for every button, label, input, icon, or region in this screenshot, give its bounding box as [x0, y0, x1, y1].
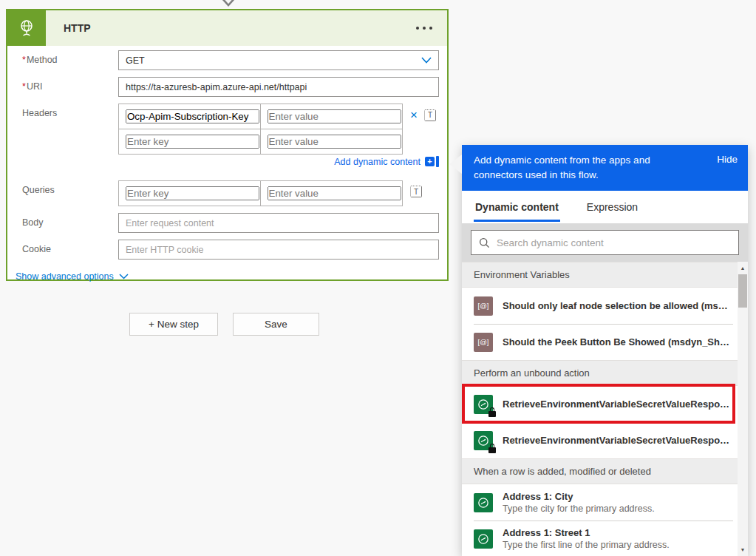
dataverse-field-icon: [474, 493, 493, 512]
callout-beak: [449, 155, 462, 174]
scrollbar-thumb[interactable]: [738, 274, 747, 308]
cookie-label: Cookie: [22, 240, 118, 254]
cookie-input[interactable]: [126, 245, 432, 255]
plus-icon: +: [425, 157, 435, 166]
search-box: [471, 230, 739, 255]
panel-tabs: Dynamic content Expression: [462, 191, 748, 223]
query-key-input[interactable]: [126, 186, 259, 200]
more-options-button[interactable]: [415, 22, 434, 34]
panel-header: Add dynamic content from the apps and co…: [462, 145, 748, 191]
search-input[interactable]: [497, 237, 731, 248]
item-label: Should only leaf node selection be allow…: [503, 300, 732, 311]
required-marker: *: [22, 81, 26, 92]
item-description: Type the first line of the primary addre…: [503, 540, 732, 550]
method-dropdown[interactable]: GET: [118, 50, 439, 70]
save-button[interactable]: Save: [233, 313, 319, 336]
card-title: HTTP: [64, 22, 91, 34]
header-value-input[interactable]: [268, 135, 401, 149]
list-item[interactable]: Address 1: Street 1 Type the first line …: [462, 521, 738, 556]
chevron-down-icon: [421, 57, 432, 64]
dynamic-content-list: Environment Variables [@] Should only le…: [462, 262, 748, 556]
query-value-input[interactable]: [268, 186, 401, 200]
dataverse-field-icon: [474, 529, 493, 549]
header-key-input[interactable]: [126, 109, 259, 123]
headers-label: Headers: [22, 104, 118, 118]
http-card-header[interactable]: HTTP: [7, 10, 447, 46]
hide-button[interactable]: Hide: [717, 153, 738, 165]
panel-header-text: Add dynamic content from the apps and co…: [474, 153, 697, 183]
item-label: Should the Peek Button Be Showed (msdyn_…: [503, 336, 732, 348]
item-label: RetrieveEnvironmentVariableSecretValueRe…: [503, 435, 732, 446]
add-dynamic-content-link[interactable]: Add dynamic content: [334, 157, 420, 167]
section-header-unbound-action: Perform an unbound action: [462, 360, 738, 386]
method-label: *Method: [22, 50, 118, 65]
dataverse-action-icon: [474, 395, 493, 414]
chevron-down-icon: [119, 274, 129, 279]
required-marker: *: [22, 55, 26, 65]
http-connector-icon: [7, 10, 46, 46]
environment-variable-icon: [@]: [474, 296, 493, 316]
lock-icon: [488, 411, 496, 417]
section-header-environment-variables: Environment Variables: [462, 262, 738, 288]
cursor-bar-icon: [436, 156, 439, 167]
search-icon: [479, 237, 490, 248]
header-value-input[interactable]: [268, 109, 401, 123]
environment-variable-icon: [@]: [474, 333, 493, 352]
list-item[interactable]: [@] Should only leaf node selection be a…: [462, 288, 738, 324]
flow-connector-arrow: [219, 0, 238, 7]
body-input[interactable]: [126, 218, 432, 228]
item-description: Type the city for the primary address.: [503, 504, 732, 514]
card-body: *Method GET *URI: [7, 46, 447, 282]
scroll-up-arrow-icon[interactable]: ▲: [738, 262, 748, 274]
list-item[interactable]: [@] Should the Peek Button Be Showed (ms…: [462, 324, 738, 360]
new-step-button[interactable]: + New step: [129, 313, 218, 336]
section-header-row-trigger: When a row is added, modified or deleted: [462, 458, 738, 484]
item-label: RetrieveEnvironmentVariableSecretValueRe…: [503, 399, 732, 410]
queries-text-mode-icon[interactable]: T: [410, 186, 422, 197]
list-item-highlighted[interactable]: RetrieveEnvironmentVariableSecretValueRe…: [462, 386, 738, 422]
list-item[interactable]: Address 1: City Type the city for the pr…: [462, 484, 738, 521]
uri-label: *URI: [22, 77, 118, 92]
item-label: Address 1: Street 1: [503, 527, 732, 538]
dataverse-action-icon: [474, 431, 493, 450]
headers-text-mode-icon[interactable]: T: [424, 109, 436, 121]
add-dynamic-content-icon[interactable]: +: [425, 156, 439, 167]
http-action-card: HTTP *Method GET *URI: [6, 9, 449, 281]
header-key-input[interactable]: [126, 135, 259, 149]
delete-header-row-icon[interactable]: ×: [410, 109, 418, 121]
list-item[interactable]: RetrieveEnvironmentVariableSecretValueRe…: [462, 422, 738, 458]
item-label: Address 1: City: [503, 491, 732, 502]
method-value: GET: [126, 55, 145, 66]
tab-expression[interactable]: Expression: [585, 191, 639, 223]
queries-grid: [118, 180, 403, 206]
search-strip: [462, 223, 748, 262]
uri-input[interactable]: [126, 82, 432, 92]
scrollbar[interactable]: ▲ ▼: [738, 262, 748, 556]
lock-icon: [488, 447, 496, 453]
queries-label: Queries: [22, 180, 118, 195]
headers-grid: [118, 104, 403, 155]
dynamic-content-panel: Add dynamic content from the apps and co…: [462, 145, 748, 556]
show-advanced-options-link[interactable]: Show advanced options: [16, 271, 439, 282]
scroll-down-arrow-icon[interactable]: ▼: [738, 544, 748, 555]
body-label: Body: [22, 213, 118, 228]
tab-dynamic-content[interactable]: Dynamic content: [474, 191, 560, 223]
